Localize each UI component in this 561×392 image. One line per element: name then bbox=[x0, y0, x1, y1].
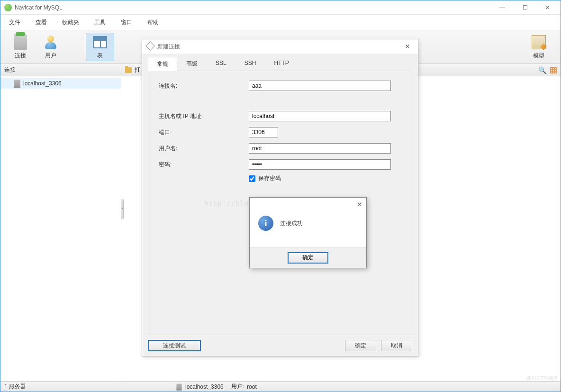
status-user-label: 用户: bbox=[231, 383, 244, 391]
search-icon[interactable]: 🔍 bbox=[538, 66, 546, 74]
msgbox-close-button[interactable]: ✕ bbox=[357, 201, 362, 208]
status-user-value: root bbox=[247, 383, 257, 390]
toolbar-table[interactable]: 表 bbox=[86, 33, 114, 61]
toolbar-model-label: 模型 bbox=[533, 52, 544, 60]
dialog-title: 新建连接 bbox=[157, 43, 402, 51]
input-host[interactable] bbox=[249, 111, 391, 121]
close-button[interactable]: ✕ bbox=[541, 3, 555, 12]
cancel-button[interactable]: 取消 bbox=[381, 340, 412, 351]
content-open-label[interactable]: 打 bbox=[135, 66, 140, 74]
plug-icon bbox=[147, 43, 154, 50]
dialog-title-bar: 新建连接 ✕ bbox=[142, 39, 418, 54]
label-username: 用户名: bbox=[159, 145, 249, 153]
sidebar-item-localhost[interactable]: localhost_3306 bbox=[0, 78, 121, 89]
toolbar-model[interactable]: 模型 bbox=[525, 33, 553, 61]
app-icon bbox=[4, 4, 12, 11]
dialog-close-button[interactable]: ✕ bbox=[402, 43, 413, 50]
menu-view[interactable]: 查看 bbox=[29, 16, 54, 29]
tab-http[interactable]: HTTP bbox=[265, 56, 298, 71]
minimize-button[interactable]: — bbox=[495, 3, 509, 12]
user-icon bbox=[43, 35, 58, 50]
checkbox-save-password[interactable] bbox=[249, 175, 255, 182]
msgbox-ok-button[interactable]: 确定 bbox=[288, 252, 328, 264]
input-connection-name[interactable] bbox=[249, 81, 391, 91]
tab-general[interactable]: 常规 bbox=[148, 57, 177, 71]
database-icon bbox=[176, 383, 181, 390]
info-icon: i bbox=[258, 216, 273, 231]
menu-file[interactable]: 文件 bbox=[2, 16, 27, 29]
model-icon bbox=[531, 35, 546, 50]
input-password[interactable] bbox=[249, 159, 391, 170]
dialog-tabs: 常规 高级 SSL SSH HTTP bbox=[148, 56, 412, 71]
menu-window[interactable]: 窗口 bbox=[114, 16, 139, 29]
msgbox-text: 连接成功 bbox=[280, 219, 303, 228]
toolbar-table-label: 表 bbox=[97, 52, 103, 60]
sidebar: 连接 localhost_3306 bbox=[0, 64, 121, 381]
sidebar-tree: localhost_3306 bbox=[0, 76, 121, 381]
sidebar-item-label: localhost_3306 bbox=[23, 80, 62, 87]
menu-bar: 文件 查看 收藏夹 工具 窗口 帮助 bbox=[0, 15, 561, 30]
dialog-footer: 连接测试 确定 取消 bbox=[142, 335, 418, 356]
input-port[interactable] bbox=[249, 127, 278, 137]
status-bar: 1 服务器 localhost_3306 用户: root bbox=[0, 381, 561, 392]
msgbox-body: i 连接成功 bbox=[250, 211, 366, 236]
status-servers: 1 服务器 bbox=[4, 383, 26, 391]
sidebar-header-label: 连接 bbox=[4, 66, 16, 74]
tab-ssl[interactable]: SSL bbox=[207, 56, 235, 71]
maximize-button[interactable]: ☐ bbox=[518, 3, 532, 12]
status-connection: localhost_3306 bbox=[176, 383, 224, 391]
table-icon bbox=[92, 35, 108, 50]
message-box: ✕ i 连接成功 确定 bbox=[249, 197, 367, 268]
label-save-password: 保存密码 bbox=[258, 174, 281, 182]
folder-open-icon bbox=[125, 67, 132, 73]
window-controls: — ☐ ✕ bbox=[495, 3, 555, 12]
menu-help[interactable]: 帮助 bbox=[141, 16, 165, 29]
status-servers-text: 1 服务器 bbox=[4, 383, 26, 391]
input-username[interactable] bbox=[249, 143, 391, 154]
label-port: 端口: bbox=[159, 128, 249, 137]
menu-favorites[interactable]: 收藏夹 bbox=[55, 16, 86, 29]
status-connection-name: localhost_3306 bbox=[185, 383, 224, 390]
corner-watermark: @51CTO博客 bbox=[526, 375, 559, 382]
toolbar-connect-label: 连接 bbox=[15, 52, 26, 60]
grid-view-icon[interactable] bbox=[550, 67, 557, 73]
tab-advanced[interactable]: 高级 bbox=[177, 56, 207, 71]
window-title: Navicat for MySQL bbox=[15, 4, 495, 11]
toolbar-connect[interactable]: 连接 bbox=[6, 33, 35, 61]
msgbox-title-bar: ✕ bbox=[250, 198, 366, 211]
ok-button[interactable]: 确定 bbox=[345, 340, 376, 351]
test-connection-button[interactable]: 连接测试 bbox=[148, 340, 201, 351]
menu-tools[interactable]: 工具 bbox=[88, 16, 112, 29]
toolbar-user-label: 用户 bbox=[45, 52, 56, 60]
label-password: 密码: bbox=[159, 161, 249, 169]
status-user: 用户: root bbox=[231, 383, 257, 391]
msgbox-footer: 确定 bbox=[250, 247, 366, 268]
title-bar: Navicat for MySQL — ☐ ✕ bbox=[0, 0, 561, 15]
sidebar-header: 连接 bbox=[0, 64, 121, 76]
tab-ssh[interactable]: SSH bbox=[235, 56, 265, 71]
sidebar-drag-handle[interactable] bbox=[121, 200, 124, 219]
database-icon bbox=[14, 80, 20, 87]
label-host: 主机名或 IP 地址: bbox=[159, 112, 249, 120]
toolbar-user[interactable]: 用户 bbox=[36, 33, 65, 61]
connect-icon bbox=[13, 35, 28, 50]
label-connection-name: 连接名: bbox=[159, 82, 249, 90]
